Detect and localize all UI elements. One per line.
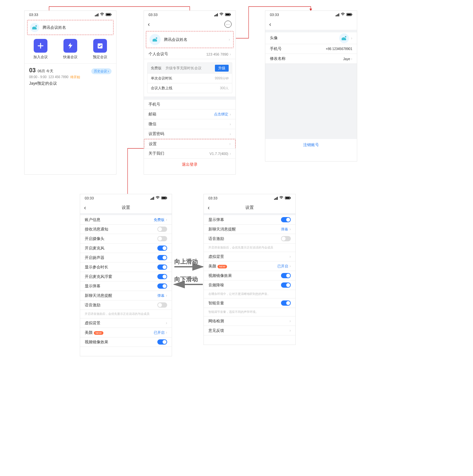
toggle-switch[interactable] — [281, 300, 291, 306]
upgrade-button[interactable]: 升级 — [215, 65, 229, 72]
settings-row[interactable]: 账户信息免费版› — [80, 215, 172, 225]
calendar-check-icon — [93, 39, 107, 53]
settings-row-label: 显示弹幕 — [85, 284, 100, 289]
settings-row[interactable]: 显示弹幕 — [204, 215, 295, 225]
toggle-switch[interactable] — [157, 283, 167, 289]
toggle-switch[interactable] — [157, 264, 167, 270]
toggle-switch[interactable] — [281, 273, 291, 278]
settings-row[interactable]: 美颜NEW已开启› — [80, 328, 172, 337]
settings-row[interactable]: 显示参会时长 — [80, 263, 172, 272]
join-meeting-button[interactable]: 加入会议 — [33, 39, 48, 60]
toggle-switch[interactable] — [157, 246, 167, 251]
plus-icon — [34, 39, 47, 53]
row-settings[interactable]: 设置› — [144, 139, 236, 149]
settings-row[interactable]: 意见反馈› — [204, 326, 295, 335]
page-title: 设置 — [245, 205, 254, 211]
settings-row[interactable]: 接收消息通知 — [80, 225, 172, 234]
settings-row[interactable]: 开启麦克风浮窗 — [80, 272, 172, 281]
settings-row[interactable]: 开启摄像头 — [80, 234, 172, 244]
settings-row-label: 新聊天消息提醒 — [208, 227, 236, 232]
settings-row[interactable]: 显示弹幕 — [80, 281, 172, 291]
status-bar: 03:33 — [265, 11, 357, 19]
avatar — [149, 34, 161, 45]
settings-row[interactable]: 虚拟背景› — [80, 318, 172, 328]
toggle-switch[interactable] — [281, 217, 291, 222]
row-email[interactable]: 邮箱点击绑定› — [144, 110, 236, 119]
settings-row[interactable]: 语音激励 — [80, 300, 172, 310]
settings-row-label: 智能音量 — [208, 301, 224, 306]
meeting-name[interactable]: Jaye预定的会议 — [25, 80, 116, 89]
settings-row[interactable]: 开启扬声器 — [80, 253, 172, 263]
row-wechat[interactable]: 微信› — [144, 119, 236, 129]
settings-row[interactable]: 视频镜像效果 — [80, 337, 172, 347]
settings-row[interactable]: 视频镜像效果 — [204, 271, 295, 280]
logout-button[interactable]: 退出登录 — [144, 159, 236, 171]
deactivate-button[interactable]: 注销账号 — [265, 139, 357, 151]
settings-row[interactable]: 智能音量 — [204, 298, 295, 308]
settings-row[interactable]: 美颜NEW已开启› — [204, 262, 295, 271]
settings-row-label: 开启麦克风 — [85, 246, 104, 251]
battery-icon — [225, 13, 231, 17]
history-pill[interactable]: 历史会议› — [91, 68, 112, 74]
wifi-icon — [279, 196, 283, 200]
settings-hint: 开启语音激励后，会优先显示正在说话的与会成员 — [204, 244, 295, 252]
svg-point-12 — [345, 36, 346, 38]
profile-row[interactable]: 腾讯会议姓名 › — [146, 31, 234, 48]
toggle-switch[interactable] — [281, 282, 291, 288]
settings-row-label: 接收消息通知 — [85, 227, 108, 232]
toggle-switch[interactable] — [157, 274, 167, 279]
toggle-switch[interactable] — [157, 302, 167, 308]
settings-row[interactable]: 音频降噪 — [204, 280, 295, 290]
toggle-switch[interactable] — [157, 236, 167, 241]
toggle-switch[interactable] — [281, 236, 291, 241]
quick-meeting-button[interactable]: 快速会议 — [63, 39, 78, 60]
row-phone[interactable]: 手机号 +86 12345678901 — [265, 44, 357, 54]
settings-row[interactable]: 开启麦克风 — [80, 244, 172, 253]
chevron-right-icon: › — [166, 330, 167, 335]
back-button[interactable]: ‹ — [269, 21, 271, 28]
swipe-up-label: 向上滑动 — [174, 258, 198, 265]
row-password[interactable]: 设置密码› — [144, 129, 236, 139]
row-avatar[interactable]: 头像 › — [265, 32, 357, 44]
plan-box: 免费版升级专享无限时长会议 升级 单次会议时长9999分钟 会议人数上线300人 — [147, 62, 232, 93]
settings-hint: 开启语音激励后，会优先显示正在说话的与会成员 — [80, 310, 172, 318]
row-rename[interactable]: 修改名称 Jaye › — [265, 54, 357, 64]
toggle-switch[interactable] — [157, 227, 167, 232]
chat-icon: ··· — [224, 21, 232, 28]
settings-row-label: 账户信息 — [85, 217, 100, 222]
chat-button[interactable]: ··· — [224, 21, 232, 28]
back-button[interactable]: ‹ — [148, 21, 150, 28]
settings-row-label: 音频降噪 — [208, 283, 224, 288]
row-about[interactable]: 关于我们V1.7.7(400)› — [144, 149, 236, 159]
settings-row[interactable]: 语音激励 — [204, 234, 295, 244]
wifi-icon — [219, 13, 223, 17]
wifi-icon — [156, 196, 160, 200]
settings-row-label: 显示弹幕 — [208, 217, 224, 222]
status-bar: 03:33 — [204, 194, 295, 202]
settings-row[interactable]: 虚拟背景› — [204, 252, 295, 262]
back-button[interactable]: ‹ — [84, 204, 86, 211]
meeting-subline: 08:00 - 9:00 123 456 7890 待开始 — [25, 75, 116, 80]
settings-row-label: 开启麦克风浮窗 — [85, 274, 112, 279]
schedule-meeting-button[interactable]: 预定会议 — [93, 39, 107, 60]
settings-row-label: 新聊天消息提醒 — [85, 293, 112, 298]
settings-row[interactable]: 新聊天消息提醒弹幕› — [80, 291, 172, 300]
back-button[interactable]: ‹ — [208, 204, 210, 211]
row-phone[interactable]: 手机号 — [144, 100, 236, 110]
settings-row-label: 语音激励 — [208, 236, 224, 241]
toggle-switch[interactable] — [157, 339, 167, 345]
signal-icon — [214, 13, 218, 16]
row-people-limit: 会议人数上线300人 — [148, 83, 232, 93]
settings-row[interactable]: 新聊天消息提醒弹幕› — [204, 225, 295, 234]
settings-row[interactable]: 网络检测› — [204, 316, 295, 326]
row-personal-id[interactable]: 个人会议号 123 456 7890› — [144, 49, 236, 59]
profile-entry[interactable]: 腾讯会议姓名 — [27, 20, 114, 35]
battery-icon — [346, 13, 352, 17]
new-badge: NEW — [218, 265, 227, 268]
screen-profile: 03:33 ‹ ··· 腾讯会议姓名 › 个人会议号 123 456 7890›… — [144, 11, 236, 174]
svg-rect-17 — [286, 197, 289, 199]
wifi-icon — [100, 13, 104, 17]
battery-icon — [285, 196, 291, 200]
chevron-right-icon: › — [166, 321, 167, 325]
toggle-switch[interactable] — [157, 255, 167, 260]
